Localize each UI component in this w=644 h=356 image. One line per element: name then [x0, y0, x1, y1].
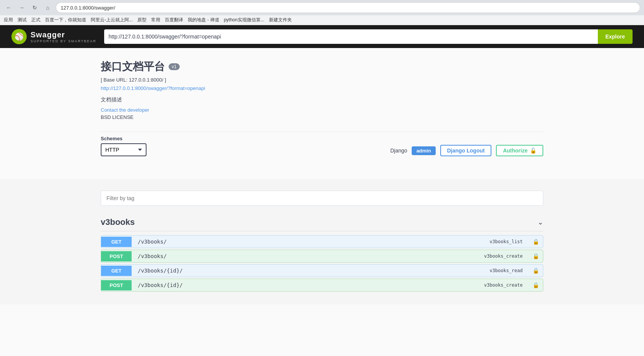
- authorize-btn-label: Authorize: [503, 148, 528, 154]
- swagger-logo-sub: SUPPORTED BY SMARTBEAR: [31, 39, 97, 43]
- endpoint-row-get-v3books-read[interactable]: GET /v3books/{id}/ v3books_read 🔒: [101, 264, 543, 277]
- bookmark-baidu[interactable]: 百度一下，你就知道: [45, 17, 86, 23]
- schemes-auth-bar: Schemes HTTP HTTPS Django admin Django L…: [101, 131, 543, 160]
- bookmark-apps[interactable]: 应用: [4, 17, 13, 23]
- lock-icon: 🔒: [529, 250, 543, 262]
- swagger-url-wrapper: Explore: [104, 29, 633, 44]
- endpoint-path: /v3books/: [132, 236, 483, 248]
- api-spec-link[interactable]: http://127.0.0.1:8000/swagger/?format=op…: [101, 85, 205, 91]
- api-base-url: [ Base URL: 127.0.0.1:8000/ ]: [101, 77, 543, 83]
- bookmark-aliyun[interactable]: 阿里云-上云就上阿...: [91, 17, 133, 23]
- endpoint-path: /v3books/{id}/: [132, 265, 483, 277]
- swagger-logo-name: Swagger: [31, 30, 65, 39]
- section-title: v3books: [101, 217, 135, 227]
- api-license: BSD LICENSE: [101, 114, 543, 120]
- swagger-explore-button[interactable]: Explore: [598, 29, 633, 44]
- swagger-url-bar: Explore: [104, 29, 633, 44]
- browser-toolbar: ← → ↻ ⌂ 127.0.0.1:8000/swagger/: [0, 0, 644, 15]
- browser-chrome: ← → ↻ ⌂ 127.0.0.1:8000/swagger/ 应用 测试 正式…: [0, 0, 644, 25]
- swagger-logo: ⚾ Swagger SUPPORTED BY SMARTBEAR: [11, 29, 97, 44]
- endpoint-path: /v3books/: [132, 250, 478, 262]
- filter-input-wrapper: [101, 191, 543, 206]
- method-badge-post: POST: [101, 251, 132, 261]
- bookmarks-bar: 应用 测试 正式 百度一下，你就知道 阿里云-上云就上阿... 原型 常用 百度…: [0, 15, 644, 25]
- lock-icon: 🔒: [529, 236, 543, 248]
- bookmark-python[interactable]: python实现微信算...: [224, 17, 264, 23]
- bookmark-translate[interactable]: 百度翻译: [165, 17, 183, 23]
- bookmark-formal[interactable]: 正式: [31, 17, 40, 23]
- endpoint-row-post-v3books-create[interactable]: POST /v3books/ v3books_create 🔒: [101, 250, 543, 263]
- swagger-url-input[interactable]: [104, 29, 598, 44]
- bookmark-prototype[interactable]: 原型: [137, 17, 147, 23]
- api-contact-link[interactable]: Contact the developer: [101, 107, 543, 113]
- filter-input[interactable]: [101, 191, 543, 206]
- bookmark-common[interactable]: 常用: [151, 17, 160, 23]
- schemes-section: Schemes HTTP HTTPS: [101, 136, 147, 156]
- endpoint-operation-id: v3books_create: [478, 250, 529, 262]
- swagger-logo-icon: ⚾: [11, 29, 27, 44]
- method-badge-post: POST: [101, 280, 132, 290]
- bookmark-my-ground[interactable]: 我的地盘 - 禅道: [188, 17, 219, 23]
- api-title-text: 接口文档平台: [101, 59, 165, 74]
- lock-icon: 🔒: [529, 265, 543, 277]
- api-info: 接口文档平台 v1 [ Base URL: 127.0.0.1:8000/ ] …: [101, 59, 543, 120]
- filter-section: v3books ⌄ GET /v3books/ v3books_list 🔒 P…: [0, 179, 644, 305]
- endpoint-operation-id: v3books_create: [478, 279, 529, 291]
- endpoint-path: /v3books/{id}/: [132, 279, 478, 291]
- address-text: 127.0.0.1:8000/swagger/: [61, 5, 115, 11]
- lock-icon: 🔒: [529, 279, 543, 291]
- bookmark-new-folder[interactable]: 新建文件夹: [269, 17, 292, 23]
- lock-icon: 🔓: [530, 148, 536, 154]
- api-version-badge: v1: [169, 63, 180, 70]
- back-button[interactable]: ←: [4, 3, 14, 13]
- endpoint-operation-id: v3books_read: [483, 265, 529, 276]
- reload-button[interactable]: ↻: [30, 3, 40, 13]
- endpoint-row-post-v3books-id-create[interactable]: POST /v3books/{id}/ v3books_create 🔒: [101, 279, 543, 292]
- forward-button[interactable]: →: [17, 3, 27, 13]
- schemes-select[interactable]: HTTP HTTPS: [101, 143, 147, 156]
- home-button[interactable]: ⌂: [43, 3, 53, 13]
- endpoint-row-get-v3books-list[interactable]: GET /v3books/ v3books_list 🔒: [101, 235, 543, 248]
- main-content: 接口文档平台 v1 [ Base URL: 127.0.0.1:8000/ ] …: [93, 48, 551, 179]
- api-section-v3books: v3books ⌄ GET /v3books/ v3books_list 🔒 P…: [101, 213, 543, 292]
- authorize-button[interactable]: Authorize 🔓: [496, 145, 543, 156]
- swagger-logo-text-block: Swagger SUPPORTED BY SMARTBEAR: [31, 30, 97, 43]
- django-user-badge: admin: [412, 146, 435, 155]
- endpoint-operation-id: v3books_list: [483, 236, 529, 247]
- schemes-label: Schemes: [101, 136, 147, 141]
- api-title-row: 接口文档平台 v1: [101, 59, 543, 74]
- chevron-down-icon: ⌄: [538, 218, 543, 226]
- section-header[interactable]: v3books ⌄: [101, 213, 543, 231]
- django-logout-button[interactable]: Django Logout: [440, 145, 492, 156]
- django-label: Django: [390, 148, 407, 154]
- method-badge-get: GET: [101, 266, 132, 276]
- address-bar: 127.0.0.1:8000/swagger/: [56, 2, 640, 13]
- bookmark-test[interactable]: 测试: [18, 17, 27, 23]
- auth-buttons: Django admin Django Logout Authorize 🔓: [390, 145, 543, 156]
- api-description: 文档描述: [101, 96, 543, 103]
- swagger-header: ⚾ Swagger SUPPORTED BY SMARTBEAR Explore: [0, 25, 644, 48]
- method-badge-get: GET: [101, 237, 132, 247]
